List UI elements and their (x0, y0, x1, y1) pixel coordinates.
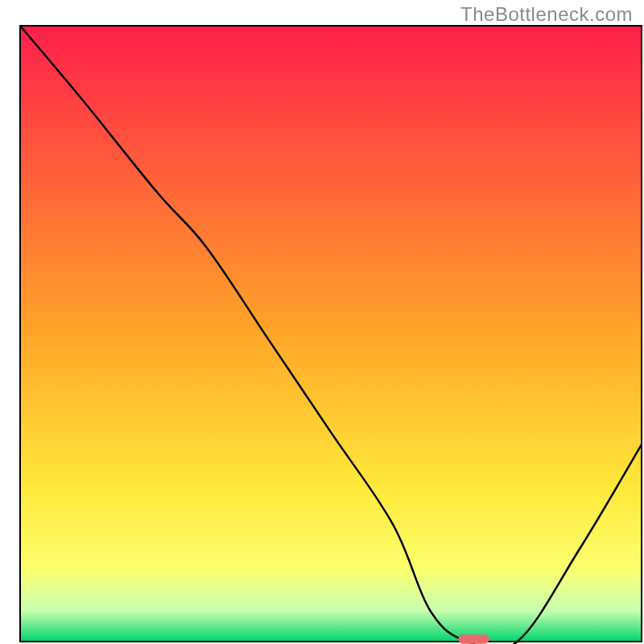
optimal-marker (458, 634, 489, 643)
plot-background (20, 26, 642, 642)
chart-svg (0, 0, 644, 644)
chart-container: TheBottleneck.com (0, 0, 644, 644)
watermark-text: TheBottleneck.com (460, 3, 633, 26)
